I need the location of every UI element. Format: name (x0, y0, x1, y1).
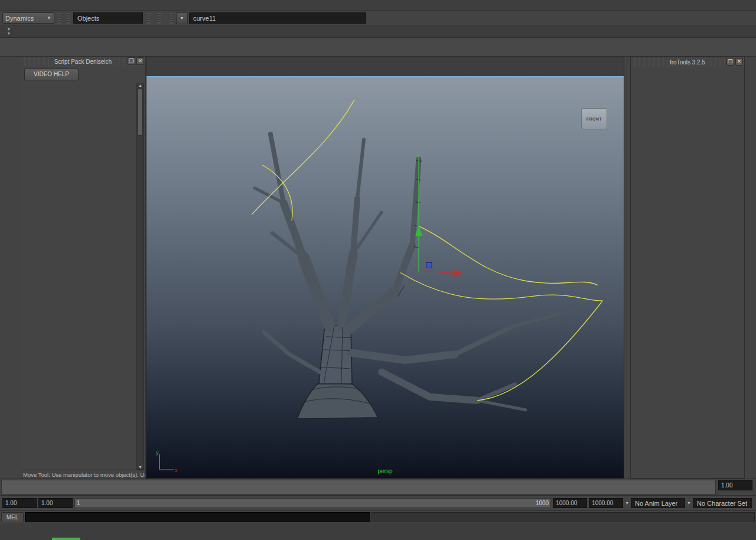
script-pack-titlebar[interactable]: Script Pack Deniseich ❐ ✕ (21, 57, 145, 66)
chevron-down-icon: ▼ (47, 15, 51, 21)
frotools-panel: froTools 3.2.5 ❐ ✕ (630, 57, 745, 479)
scroll-down-icon[interactable]: ▼ (138, 465, 142, 469)
quick-select-input[interactable]: curve11 (189, 12, 366, 24)
shelf-menu-gutter[interactable]: ▼ ▼ (1, 26, 17, 37)
main-menu-bar (0, 0, 756, 11)
minimized-windows-bar (0, 523, 756, 540)
maya-application-window: Dynamics ▼ Objects ▼ curve11 ▼ ▼ (0, 0, 756, 540)
selection-mask-field[interactable]: Objects (73, 12, 143, 24)
left-panel-scrollbar[interactable]: ▲ ▼ (136, 83, 144, 470)
playback-end-field[interactable]: 1000.00 (553, 498, 587, 508)
toolbox (0, 57, 21, 479)
video-help-button[interactable]: VIDEO HELP (24, 69, 79, 80)
chevron-down-icon[interactable]: ▼ (625, 501, 629, 505)
panel-splitter[interactable] (624, 57, 630, 479)
script-pack-panel: Script Pack Deniseich ❐ ✕ VIDEO HELP ▲ ▼… (21, 57, 146, 479)
script-pack-title: Script Pack Deniseich (51, 58, 115, 65)
scroll-up-icon[interactable]: ▲ (138, 83, 142, 87)
y-axis-label: y (156, 450, 159, 456)
camera-name-label: persp (377, 468, 392, 474)
command-line-language-toggle[interactable]: MEL (1, 512, 24, 522)
command-result-field (372, 512, 755, 522)
anim-layer-selector[interactable]: No Anim Layer (631, 498, 685, 508)
shelf-tab-bar: ▼ ▼ (0, 26, 756, 38)
toolbar-grip[interactable] (147, 13, 151, 24)
range-start-handle[interactable]: 1 (77, 500, 80, 506)
frotools-title: froTools 3.2.5 (666, 59, 709, 66)
character-set-selector[interactable]: No Character Set (693, 498, 752, 508)
quick-select-value: curve11 (193, 15, 216, 22)
shelf-icon-row (0, 38, 756, 57)
float-window-icon[interactable]: ❐ (128, 57, 135, 65)
tree-model-wireframe[interactable] (146, 77, 624, 478)
playback-controls (754, 479, 756, 495)
docked-sidebar-tabs (745, 57, 756, 479)
toolbar-grip[interactable] (158, 13, 161, 24)
chevron-down-icon[interactable]: ▼ (687, 501, 691, 505)
time-slider: 1.00 (0, 479, 756, 495)
playback-start-field[interactable]: 1.00 (38, 498, 73, 508)
move-manipulator (415, 154, 463, 276)
selection-mask-label: Objects (77, 15, 99, 22)
viewport-toolbar (146, 66, 624, 76)
viewport-menu-bar (146, 57, 624, 66)
frotools-titlebar[interactable]: froTools 3.2.5 ❐ ✕ (631, 57, 744, 67)
animation-start-field[interactable]: 1.00 (2, 498, 37, 508)
close-icon[interactable]: ✕ (136, 57, 144, 65)
status-line: Dynamics ▼ Objects ▼ curve11 (0, 11, 756, 26)
shelf-menu-icon[interactable]: ▼ (7, 32, 11, 35)
float-window-icon[interactable]: ❐ (726, 58, 734, 66)
menu-set-label: Dynamics (5, 15, 34, 22)
range-slider-track[interactable]: 1 1000 (74, 498, 551, 508)
scrollbar-thumb[interactable] (138, 89, 143, 136)
close-icon[interactable]: ✕ (735, 58, 743, 66)
timeline-ruler[interactable] (1, 480, 716, 495)
quick-select-dropdown-icon[interactable]: ▼ (176, 12, 188, 24)
toolbar-grip[interactable] (57, 13, 61, 24)
taskbar-accent (52, 538, 80, 540)
command-line: MEL (0, 510, 756, 523)
animation-end-field[interactable]: 1000.00 (589, 498, 623, 508)
current-time-field[interactable]: 1.00 (718, 480, 752, 490)
view-axis-indicator: y x (154, 447, 180, 473)
help-line: Move Tool: Use manipulator to move objec… (21, 470, 145, 479)
range-end-handle[interactable]: 1000 (536, 500, 549, 506)
x-axis-label: x (175, 467, 178, 473)
toolbar-grip[interactable] (170, 13, 173, 24)
toolbar-grip[interactable] (67, 13, 70, 24)
perspective-viewport-panel: FRONT (146, 57, 624, 479)
viewport-canvas[interactable]: FRONT (146, 77, 624, 478)
command-input[interactable] (25, 512, 370, 522)
range-slider-bar: 1.00 1.00 1 1000 1000.00 1000.00 ▼ No An… (0, 495, 756, 510)
menu-set-selector[interactable]: Dynamics ▼ (2, 12, 54, 24)
